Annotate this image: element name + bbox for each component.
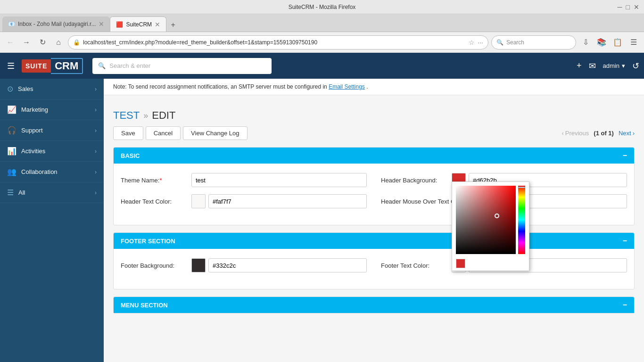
tab-suitecrm-close[interactable]: ✕ [155, 21, 160, 28]
header-text-group: Header Text Color: [121, 194, 367, 208]
options-icon[interactable]: ··· [478, 39, 483, 46]
browser-search-placeholder: Search [506, 39, 524, 46]
cancel-button[interactable]: Cancel [146, 126, 181, 140]
sales-arrow-icon: › [95, 86, 97, 92]
minimize-icon[interactable]: ─ [618, 3, 622, 11]
next-button[interactable]: Next › [619, 130, 635, 137]
sales-icon: ⊙ [7, 84, 13, 93]
address-bar[interactable]: 🔒 localhost/test_crm/index.php?module=re… [68, 35, 488, 49]
view-changelog-button[interactable]: View Change Log [183, 126, 247, 140]
footer-bg-swatch[interactable] [191, 258, 206, 272]
user-menu[interactable]: admin ▾ [603, 62, 625, 69]
theme-name-group: Theme Name:* [121, 173, 367, 187]
app-search-placeholder: Search & enter [109, 62, 150, 69]
library-button[interactable]: 📚 [595, 36, 608, 49]
history-button[interactable]: ↺ [632, 61, 639, 71]
sidebar-item-label: Activities [21, 148, 45, 155]
footer-section-collapse[interactable]: − [623, 237, 627, 245]
basic-section-title: BASIC [121, 152, 140, 159]
basic-section-body: Theme Name:* Header Background: [114, 164, 634, 225]
footer-section-title: FOOTER SECTION [121, 238, 175, 245]
footer-section-header: FOOTER SECTION − [114, 233, 634, 249]
tab-zohomail[interactable]: 📧 Inbox - Zoho Mail (udayagiri.r... ✕ [2, 16, 110, 32]
menu-section-title: MENU SECTION [121, 302, 168, 309]
tab-suitecrm[interactable]: 🟥 SuiteCRM ✕ [110, 16, 166, 32]
sidebar: ⊙ Sales › 📈 Marketing › 🎧 Support › [0, 79, 104, 362]
menu-button[interactable]: ☰ [627, 36, 640, 49]
theme-name-input[interactable] [191, 173, 367, 187]
create-button[interactable]: + [577, 61, 582, 71]
header-bg-label: Header Background: [381, 177, 447, 184]
home-button[interactable]: ⌂ [52, 36, 65, 49]
color-picker-popup [452, 181, 529, 271]
footer-section-body: Footer Background: Footer Text Color: [114, 249, 634, 289]
browser-search-box[interactable]: 🔍 Search [491, 35, 576, 49]
pagination-info: ‹ Previous (1 of 1) Next › [561, 130, 635, 137]
logo-crm: CRM [51, 58, 83, 74]
download-button[interactable]: ⇩ [579, 36, 592, 49]
page-title-edit: EDIT [152, 109, 175, 122]
app-topnav: ☰ SUITE CRM 🔍 Search & enter + ✉ admin ▾… [0, 53, 644, 79]
user-dropdown-icon: ▾ [622, 62, 625, 69]
bookmark-icon[interactable]: ☆ [469, 39, 475, 46]
hamburger-menu[interactable]: ☰ [5, 58, 17, 74]
new-tab-button[interactable]: + [166, 18, 180, 32]
header-text-label: Header Text Color: [121, 198, 187, 205]
mail-button[interactable]: ✉ [589, 61, 596, 71]
color-picker-inner [452, 182, 529, 256]
activities-arrow-icon: › [95, 148, 97, 155]
sidebar-item-sales[interactable]: ⊙ Sales › [0, 79, 104, 99]
previous-button[interactable]: ‹ Previous [561, 130, 589, 137]
header-text-swatch[interactable] [191, 194, 206, 208]
basic-form-row-1: Theme Name:* Header Background: [121, 173, 627, 187]
logo-suite: SUITE [22, 59, 51, 73]
basic-section: BASIC − Theme Name:* [113, 147, 635, 225]
page-title-separator: » [143, 111, 148, 121]
close-icon[interactable]: ✕ [634, 3, 639, 11]
tab-zohomail-close[interactable]: ✕ [99, 20, 104, 28]
current-color-preview [456, 259, 465, 268]
sidebar-item-label: Sales [18, 85, 33, 92]
color-picker-hue-bar[interactable] [518, 186, 525, 254]
app-logo: SUITE CRM [22, 58, 83, 74]
support-icon: 🎧 [7, 126, 17, 135]
sidebar-item-all[interactable]: ☰ All › [0, 182, 104, 203]
maximize-icon[interactable]: □ [626, 3, 630, 11]
menu-section-collapse[interactable]: − [623, 301, 627, 309]
footer-section: FOOTER SECTION − Footer Background: [113, 232, 635, 289]
color-picker-gradient[interactable] [456, 186, 516, 254]
forward-button[interactable]: → [20, 36, 33, 49]
sidebar-item-label: All [18, 189, 25, 196]
reload-button[interactable]: ↻ [36, 36, 49, 49]
note-text-after: . [366, 83, 368, 90]
basic-section-header: BASIC − [114, 148, 634, 164]
footer-text-label: Footer Text Color: [381, 262, 447, 269]
footer-bg-label: Footer Background: [121, 262, 187, 269]
back-button[interactable]: ← [4, 36, 17, 49]
sidebar-item-collaboration[interactable]: 👥 Collaboration › [0, 162, 104, 182]
menu-section-header: MENU SECTION − [114, 297, 634, 313]
pocket-button[interactable]: 📋 [611, 36, 624, 49]
app-wrapper: ☰ SUITE CRM 🔍 Search & enter + ✉ admin ▾… [0, 53, 644, 362]
menu-section: MENU SECTION − [113, 296, 635, 313]
sidebar-item-support[interactable]: 🎧 Support › [0, 120, 104, 141]
marketing-arrow-icon: › [95, 107, 97, 113]
marketing-icon: 📈 [7, 105, 17, 114]
pagination-current: (1 of 1) [594, 130, 614, 137]
sidebar-item-label: Collaboration [21, 168, 58, 175]
email-settings-link[interactable]: Email Settings [329, 83, 365, 90]
support-arrow-icon: › [95, 127, 97, 134]
address-bar-icons: ☆ ··· [469, 39, 483, 46]
footer-bg-input[interactable] [208, 258, 367, 272]
basic-section-collapse[interactable]: − [623, 151, 627, 160]
footer-form-row-1: Footer Background: Footer Text Color: [121, 258, 627, 272]
sidebar-item-marketing[interactable]: 📈 Marketing › [0, 99, 104, 120]
sidebar-item-activities[interactable]: 📊 Activities › [0, 141, 104, 162]
header-text-input[interactable] [208, 194, 367, 208]
app-search-input[interactable]: 🔍 Search & enter [92, 58, 272, 74]
action-bar: Save Cancel View Change Log ‹ Previous (… [113, 126, 635, 140]
color-picker-bottom [452, 256, 529, 271]
browser-title-bar: SuiteCRM - Mozilla Firefox ─ □ ✕ [0, 0, 644, 14]
save-button[interactable]: Save [113, 126, 143, 140]
footer-bg-group: Footer Background: [121, 258, 367, 272]
